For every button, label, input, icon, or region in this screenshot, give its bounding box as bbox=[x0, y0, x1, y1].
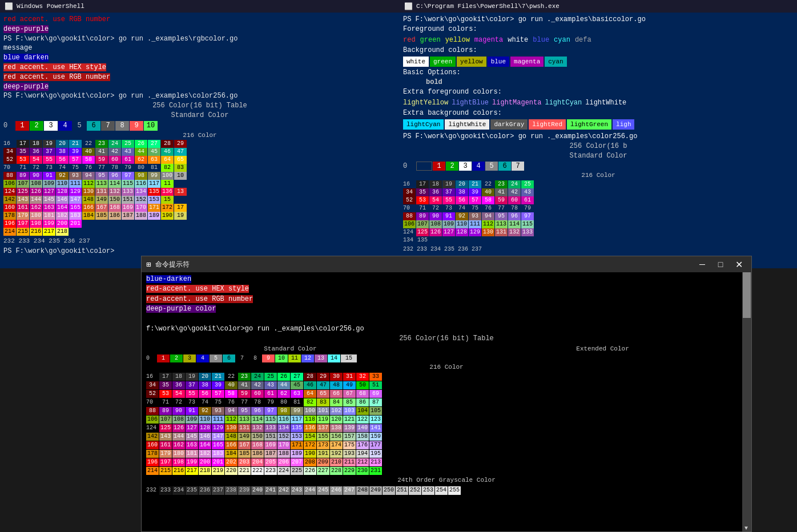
bg-yellow: yellow bbox=[457, 57, 486, 67]
cmd-216-grid: 161718192021222324252627282930313233 343… bbox=[146, 373, 747, 475]
ps-right-std-row: 0 1 2 3 4 5 6 7 bbox=[403, 162, 794, 171]
cmd-color-headers: Standard Color Extended Color bbox=[146, 345, 747, 354]
ps-icon: ⬜ bbox=[5, 2, 13, 11]
bold-line: bold bbox=[403, 78, 794, 87]
cmd-row-124: 1241251261271281291301311321331341351361… bbox=[146, 424, 747, 433]
extra-fg-lightwhite: lightWhite bbox=[585, 98, 626, 108]
line-10: 256 Color(16 bit) Table bbox=[3, 101, 396, 111]
cmd-row-214: 2142152162172182192202212222232242252262… bbox=[146, 467, 747, 475]
row-178: 1781791801811821831841851861871881891901… bbox=[3, 212, 396, 220]
ps-right-titlebar: ⬜ C:\Program Files\PowerShell\7\pwsh.exe bbox=[400, 0, 797, 13]
powershell-window-left: ⬜ Windows PowerShell red accent. use RGB… bbox=[0, 0, 400, 268]
cmd-216-header: 216 Color bbox=[146, 363, 747, 372]
fg-label: Foreground colors: bbox=[403, 25, 794, 34]
extra-bg-lightcyan: lightCyan bbox=[403, 119, 444, 130]
row-52: 5253545556575859606162636465 bbox=[3, 156, 396, 164]
cmd-prompt-line: f:\work\go\gookit\color>go run ._example… bbox=[146, 324, 747, 334]
rr-grayscale-row: 232 233 234 235 236 237 bbox=[403, 245, 794, 253]
rr-134-extra: 134135 bbox=[403, 236, 794, 244]
row-196: 196197198199200201 bbox=[3, 220, 396, 228]
line-3: PS F:\work\go\gookit\color> go run ._exa… bbox=[3, 34, 396, 44]
ps-right-256-title: 256 Color(16 b bbox=[403, 142, 794, 151]
cmd-row-16: 161718192021222324252627282930313233 bbox=[146, 373, 747, 381]
cmd-row-142: 1421431441451461471481491501511521531541… bbox=[146, 433, 747, 441]
line-1: red accent. use RGB number bbox=[3, 15, 396, 25]
ps-right-content: PS F:\work\go\gookit\color> go run ._exa… bbox=[400, 13, 797, 256]
cmd-row-34: 343536373839404142434445464748495051 bbox=[146, 381, 747, 390]
ps-right-icon: ⬜ bbox=[404, 2, 413, 11]
std-color-label: Standard Color bbox=[146, 345, 434, 354]
extra-bg-lightwhite: lightWhite bbox=[445, 119, 489, 130]
extra-fg-lightblue: lightBlue bbox=[452, 98, 489, 108]
rr-16: 16171819202122232425 bbox=[403, 180, 794, 188]
rr-52: 52535455565758596061 bbox=[403, 196, 794, 204]
row-142: 14214314414514614714814915015115215315 bbox=[3, 196, 396, 204]
line-9: PS F:\work\go\gookit\color> go run ._exa… bbox=[3, 91, 396, 101]
cmd-icon: ⊞ bbox=[146, 260, 151, 269]
ps-left-titlebar: ⬜ Windows PowerShell bbox=[0, 0, 400, 13]
extra-bg-lightred: lightRed bbox=[529, 119, 566, 130]
standard-color-header: Standard Color bbox=[3, 111, 396, 120]
scroll-down-arrow[interactable]: ▼ bbox=[742, 525, 750, 531]
bg-cyan: cyan bbox=[545, 57, 566, 67]
fg-cyan: cyan bbox=[554, 35, 570, 45]
ps-right-color-grid: 16171819202122232425 3435363738394041424… bbox=[403, 180, 794, 244]
rr-70: 70717273747576777879 bbox=[403, 204, 794, 212]
extra-bg-ligh: ligh bbox=[613, 119, 634, 130]
fg-blue: blue bbox=[533, 35, 549, 45]
cmd-prompt: f:\work\go\gookit\color> bbox=[146, 325, 245, 333]
extra-fg-row: lightYellow lightBlue lightMagenta light… bbox=[403, 98, 794, 108]
line-4: message bbox=[3, 43, 396, 53]
fg-colors-row: red green yellow magenta white blue cyan… bbox=[403, 35, 794, 45]
cmd-row-196: 1961971981992002012022032042052062072082… bbox=[146, 458, 747, 467]
maximize-button[interactable]: □ bbox=[713, 259, 728, 270]
fg-magenta: magenta bbox=[474, 35, 503, 45]
cmd-content: blue-darken red-accent. use HEX style re… bbox=[142, 272, 751, 531]
ps-right-std-header: Standard Color bbox=[403, 151, 794, 161]
minimize-button[interactable]: ─ bbox=[694, 259, 710, 270]
cmd-window-controls: ─ □ ✕ bbox=[694, 259, 747, 270]
line-5: blue darken bbox=[3, 53, 396, 63]
color-grid-left: 1617181920212223242526272829 34353637383… bbox=[3, 140, 396, 236]
cmd-window[interactable]: ⊞ 命令提示符 ─ □ ✕ blue-darken red-accent. us… bbox=[141, 256, 752, 532]
ps-right-cmd2: PS F:\work\go\gookit\color> go run ._exa… bbox=[403, 132, 794, 142]
standard-color-row: 0 1 2 3 4 5 6 7 8 9 10 bbox=[3, 121, 396, 131]
close-button[interactable]: ✕ bbox=[731, 259, 747, 270]
row-88: 88899091929394959697989910010 bbox=[3, 172, 396, 180]
cmd-line-1: blue-darken bbox=[146, 275, 747, 284]
bg-colors-row: white green yellow blue magenta cyan bbox=[403, 57, 794, 67]
cmd-row-178: 1781791801811821831841851861871881891901… bbox=[146, 450, 747, 458]
fg-red: red bbox=[403, 35, 416, 45]
cmd-blank bbox=[146, 315, 747, 324]
ps-left-title: Windows PowerShell bbox=[17, 3, 84, 10]
row-160: 1601611621631641651661671681691701711721… bbox=[3, 204, 396, 212]
fg-white: white bbox=[508, 35, 528, 45]
ps-right-216-header: 216 Color bbox=[403, 171, 794, 180]
line-8: deep-purple bbox=[3, 82, 396, 92]
fg-default: defa bbox=[575, 35, 591, 45]
cmd-command: go run ._examples\color256.go bbox=[245, 325, 364, 333]
ps-right-title: C:\Program Files\PowerShell\7\pwsh.exe bbox=[416, 3, 559, 10]
cmd-scrollbar[interactable]: ▼ bbox=[742, 272, 751, 531]
row-16: 1617181920212223242526272829 bbox=[3, 140, 396, 148]
grayscale-label-left: 232 233 234 235 236 237 bbox=[3, 237, 396, 245]
fg-green: green bbox=[420, 35, 441, 45]
row-70: 7071727374757677787980818283 bbox=[3, 164, 396, 172]
extra-fg-lightyellow: lightYellow bbox=[403, 98, 448, 108]
rr-34: 34353637383940414243 bbox=[403, 188, 794, 196]
line-2: deep-purple bbox=[3, 25, 396, 34]
cmd-row-160: 1601611621631641651661671681691701711721… bbox=[146, 441, 747, 450]
ps-prompt-left: PS F:\work\go\gookit\color> bbox=[3, 247, 396, 256]
rr-106: 106107108109110111112113114115 bbox=[403, 220, 794, 228]
ps-right-cmd-line: PS F:\work\go\gookit\color> go run ._exa… bbox=[403, 15, 794, 25]
extra-fg-lightcyan: lightCyan bbox=[545, 98, 582, 108]
ext-color-label: Extended Color bbox=[458, 345, 747, 354]
row-34: 3435363738394041424344454647 bbox=[3, 148, 396, 156]
ps-left-content: red accent. use RGB number deep-purple P… bbox=[0, 13, 400, 259]
line-6: red accent. use HEX style bbox=[3, 63, 396, 72]
line-7: red accent. use RGB number bbox=[3, 72, 396, 82]
bg-label: Background colors: bbox=[403, 46, 794, 55]
row-106: 10610710810911011111211311411511611711 bbox=[3, 180, 396, 188]
bg-green: green bbox=[430, 57, 456, 67]
scrollbar-thumb[interactable] bbox=[743, 272, 751, 318]
